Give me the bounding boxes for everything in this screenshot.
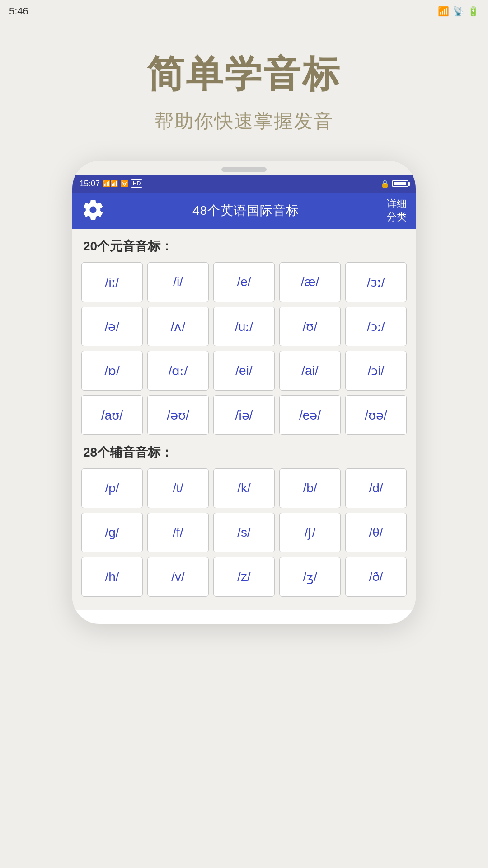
vowel-cell[interactable]: /i/ (147, 262, 209, 302)
consonant-section-title: 28个辅音音标： (81, 444, 407, 461)
signal-icon: 📶 (438, 6, 449, 17)
toolbar-title: 48个英语国际音标 (192, 202, 299, 219)
vowel-cell[interactable]: /ʊ/ (279, 307, 341, 346)
vowel-cell[interactable]: /iə/ (213, 395, 275, 435)
consonant-cell[interactable]: /g/ (81, 513, 143, 552)
consonant-cell[interactable]: /t/ (147, 468, 209, 508)
vowel-cell[interactable]: /aʊ/ (81, 395, 143, 435)
vowel-cell[interactable]: /ə/ (81, 307, 143, 346)
wifi-icon: 📡 (453, 6, 464, 17)
consonant-cell[interactable]: /s/ (213, 513, 275, 552)
vowel-cell[interactable]: /ʊə/ (345, 395, 407, 435)
app-status-time: 15:07 (80, 179, 100, 189)
app-status-bar: 15:07 📶📶 🛜 HD 🔒 (72, 175, 416, 193)
vowel-cell[interactable]: /ɜː/ (345, 262, 407, 302)
phone-mockup: 15:07 📶📶 🛜 HD 🔒 48个英语国际音标 详细 分类 20个元音音标：… (72, 161, 416, 624)
wifi-status-icon: 🛜 (121, 180, 128, 187)
vowel-cell[interactable]: /əʊ/ (147, 395, 209, 435)
app-toolbar: 48个英语国际音标 详细 分类 (72, 193, 416, 229)
phone-top-bar (72, 161, 416, 175)
consonant-cell[interactable]: /f/ (147, 513, 209, 552)
consonant-grid: /p//t//k//b//d//g//f//s//ʃ//θ//h//v//z//… (81, 468, 407, 597)
hero-section: 简单学音标 帮助你快速掌握发音 (0, 23, 488, 152)
consonant-cell[interactable]: /v/ (147, 557, 209, 597)
signal-bars: 📶📶 (103, 180, 118, 187)
consonant-cell[interactable]: /h/ (81, 557, 143, 597)
vowel-grid: /iː//i//e//æ//ɜː//ə//ʌ//uː//ʊ//ɔː//ɒ//ɑː… (81, 262, 407, 435)
status-time: 5:46 (9, 5, 28, 17)
battery-icon-outer: 🔋 (468, 6, 479, 17)
vowel-cell[interactable]: /ai/ (279, 351, 341, 391)
detail-button[interactable]: 详细 分类 (387, 198, 407, 223)
battery-indicator (392, 180, 408, 187)
phone-speaker (221, 167, 267, 172)
hd-icon: HD (131, 179, 142, 188)
consonant-cell[interactable]: /ð/ (345, 557, 407, 597)
consonant-cell[interactable]: /θ/ (345, 513, 407, 552)
vowel-cell[interactable]: /iː/ (81, 262, 143, 302)
vowel-cell[interactable]: /ʌ/ (147, 307, 209, 346)
vowel-cell[interactable]: /e/ (213, 262, 275, 302)
vowel-cell[interactable]: /ɒ/ (81, 351, 143, 391)
status-bar: 5:46 📶 📡 🔋 (0, 0, 488, 23)
vowel-cell[interactable]: /uː/ (213, 307, 275, 346)
consonant-cell[interactable]: /p/ (81, 468, 143, 508)
app-content: 20个元音音标： /iː//i//e//æ//ɜː//ə//ʌ//uː//ʊ//… (72, 229, 416, 610)
app-title: 简单学音标 (0, 50, 488, 99)
vowel-section-title: 20个元音音标： (81, 238, 407, 255)
lock-icon: 🔒 (380, 179, 389, 188)
vowel-cell[interactable]: /ei/ (213, 351, 275, 391)
app-subtitle: 帮助你快速掌握发音 (0, 108, 488, 134)
vowel-cell[interactable]: /æ/ (279, 262, 341, 302)
settings-button[interactable] (81, 198, 105, 223)
consonant-cell[interactable]: /d/ (345, 468, 407, 508)
app-status-right: 🔒 (380, 179, 408, 188)
consonant-cell[interactable]: /b/ (279, 468, 341, 508)
consonant-cell[interactable]: /ʃ/ (279, 513, 341, 552)
consonant-cell[interactable]: /k/ (213, 468, 275, 508)
consonant-cell[interactable]: /z/ (213, 557, 275, 597)
vowel-cell[interactable]: /ɔː/ (345, 307, 407, 346)
vowel-cell[interactable]: /ɔi/ (345, 351, 407, 391)
app-status-left: 15:07 📶📶 🛜 HD (80, 179, 142, 189)
vowel-cell[interactable]: /ɑː/ (147, 351, 209, 391)
status-right-icons: 📶 📡 🔋 (438, 6, 479, 17)
vowel-cell[interactable]: /eə/ (279, 395, 341, 435)
consonant-cell[interactable]: /ʒ/ (279, 557, 341, 597)
